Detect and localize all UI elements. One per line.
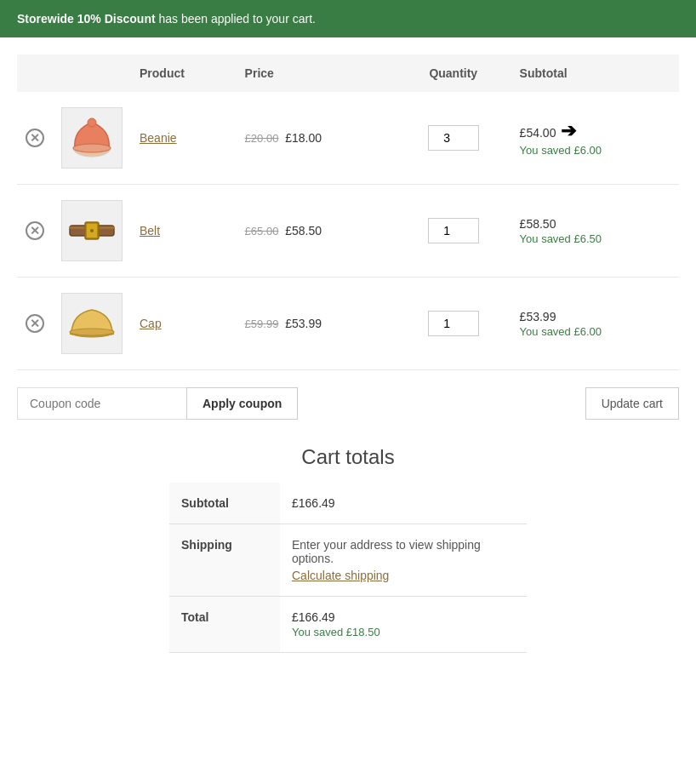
subtotal-amount-cap: £53.99 [520, 310, 670, 323]
notification-text: has been applied to your cart. [156, 12, 316, 26]
subtotal-value: £166.49 [280, 483, 527, 524]
image-cell [53, 92, 131, 185]
image-cell [53, 185, 131, 278]
product-image-belt [61, 200, 123, 261]
remove-cell: ✕ [17, 185, 53, 278]
cart-actions: Apply coupon Update cart [17, 387, 679, 420]
col-qty-header: Quantity [396, 54, 511, 92]
product-link-cap[interactable]: Cap [140, 317, 162, 330]
col-image-header [53, 54, 131, 92]
col-product-header: Product [131, 54, 237, 92]
price-cell: £20.00 £18.00 [237, 92, 396, 185]
remove-icon-beanie: ✕ [26, 129, 44, 147]
shipping-text: Enter your address to view shipping opti… [292, 538, 481, 565]
notification-bar: Storewide 10% Discount has been applied … [0, 0, 696, 37]
current-price-beanie: £18.00 [285, 131, 322, 145]
shipping-row: Shipping Enter your address to view ship… [169, 524, 527, 597]
apply-coupon-button[interactable]: Apply coupon [186, 387, 298, 420]
current-price-cap: £53.99 [285, 317, 322, 330]
total-value: £166.49 [292, 610, 335, 624]
subtotal-cell: £54.00➔ You saved £6.00 [511, 92, 679, 185]
cart-table: Product Price Quantity Subtotal ✕ [17, 54, 679, 370]
original-price-belt: £65.00 [245, 225, 279, 237]
price-cell: £59.99 £53.99 [237, 278, 396, 370]
product-name-cell: Beanie [131, 92, 237, 185]
original-price-cap: £59.99 [245, 318, 279, 330]
svg-point-7 [90, 229, 94, 232]
product-image-cap [61, 293, 123, 354]
qty-input-beanie[interactable] [428, 125, 479, 151]
total-row: Total £166.49 You saved £18.50 [169, 597, 527, 653]
remove-button-belt[interactable]: ✕ [26, 221, 44, 240]
remove-cell: ✕ [17, 92, 53, 185]
coupon-input[interactable] [17, 387, 187, 420]
col-remove-header [17, 54, 53, 92]
remove-cell: ✕ [17, 278, 53, 370]
remove-icon-cap: ✕ [26, 314, 44, 333]
subtotal-cell: £58.50 You saved £6.50 [511, 185, 679, 278]
qty-input-cap[interactable] [428, 311, 479, 336]
cart-totals-section: Cart totals Subtotal £166.49 Shipping En… [17, 445, 679, 653]
col-subtotal-header: Subtotal [511, 54, 679, 92]
shipping-label: Shipping [169, 524, 280, 597]
svg-point-1 [73, 144, 111, 152]
remove-button-cap[interactable]: ✕ [26, 314, 44, 333]
qty-cell [396, 278, 511, 370]
price-cell: £65.00 £58.50 [237, 185, 396, 278]
subtotal-amount-belt: £58.50 [520, 217, 670, 231]
cart-container: Product Price Quantity Subtotal ✕ [0, 37, 696, 678]
product-name-cell: Cap [131, 278, 237, 370]
savings-text-cap: You saved £6.00 [520, 325, 670, 338]
svg-point-2 [88, 118, 96, 127]
subtotal-amount-beanie: £54.00➔ [520, 120, 670, 142]
total-savings: You saved £18.50 [292, 626, 515, 638]
original-price-beanie: £20.00 [245, 132, 279, 145]
total-cell: £166.49 You saved £18.50 [280, 597, 527, 653]
col-price-header: Price [237, 54, 396, 92]
subtotal-cell: £53.99 You saved £6.00 [511, 278, 679, 370]
product-name-cell: Belt [131, 185, 237, 278]
product-link-belt[interactable]: Belt [140, 224, 160, 237]
savings-text-beanie: You saved £6.00 [520, 144, 670, 157]
calculate-shipping-link[interactable]: Calculate shipping [292, 569, 515, 582]
remove-button-beanie[interactable]: ✕ [26, 129, 44, 147]
qty-cell [396, 185, 511, 278]
product-link-beanie[interactable]: Beanie [140, 131, 177, 145]
table-row: ✕ Beanie £20.00 £18.00 [17, 92, 679, 185]
notification-bold: Storewide 10% Discount [17, 12, 156, 26]
totals-table: Subtotal £166.49 Shipping Enter your add… [169, 483, 527, 653]
table-header-row: Product Price Quantity Subtotal [17, 54, 679, 92]
cart-totals-title: Cart totals [301, 445, 394, 469]
update-cart-button[interactable]: Update cart [585, 387, 679, 420]
table-row: ✕ Cap £59.99 £53.99 [17, 278, 679, 370]
qty-input-belt[interactable] [428, 218, 479, 243]
image-cell [53, 278, 131, 370]
table-row: ✕ Belt £65.00 £58.50 [17, 185, 679, 278]
subtotal-label: Subtotal [169, 483, 280, 524]
remove-icon-belt: ✕ [26, 221, 44, 240]
current-price-belt: £58.50 [285, 224, 322, 237]
product-image-beanie [61, 107, 123, 169]
savings-text-belt: You saved £6.50 [520, 232, 670, 245]
qty-cell [396, 92, 511, 185]
shipping-cell: Enter your address to view shipping opti… [280, 524, 527, 597]
subtotal-row: Subtotal £166.49 [169, 483, 527, 524]
total-label: Total [169, 597, 280, 653]
